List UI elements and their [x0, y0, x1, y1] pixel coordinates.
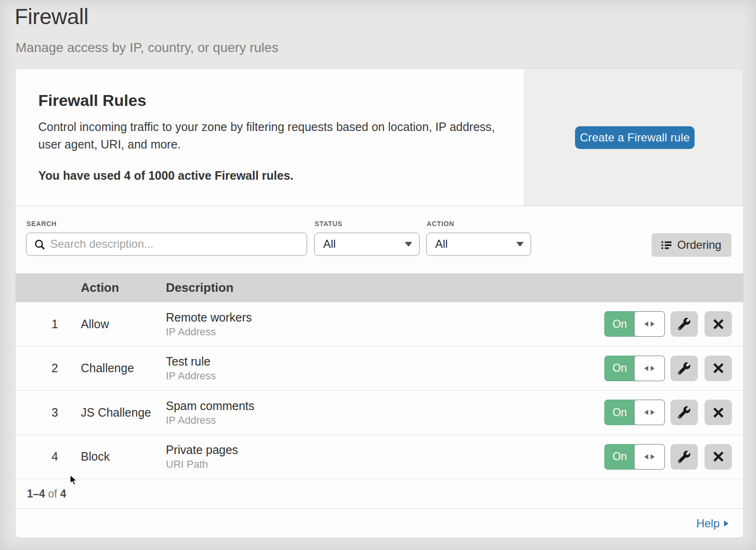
wrench-icon — [678, 318, 690, 330]
page-subtitle: Manage access by IP, country, or query r… — [16, 39, 278, 56]
rule-match-type: IP Address — [166, 414, 255, 426]
status-select[interactable]: All — [314, 233, 420, 256]
toggle-arrows-icon — [644, 321, 655, 327]
table-row: 4 Block Private pages URI Path On — [16, 435, 743, 480]
rule-description-cell: Test rule IP Address — [166, 347, 216, 390]
search-input[interactable] — [45, 237, 307, 252]
chevron-down-icon — [516, 242, 524, 247]
filter-bar: SEARCH STATUS ACTION All All — [16, 207, 743, 273]
toggle-arrows-icon — [644, 454, 655, 460]
rule-priority: 3 — [45, 391, 64, 434]
help-arrow-icon — [724, 520, 729, 527]
rule-priority: 1 — [45, 302, 64, 346]
action-label: ACTION — [427, 220, 454, 227]
rule-enabled-toggle[interactable]: On — [604, 444, 665, 470]
delete-rule-button[interactable] — [704, 356, 732, 381]
status-select-value: All — [315, 237, 336, 252]
chevron-down-icon — [404, 242, 412, 247]
rule-action: JS Challenge — [81, 391, 151, 434]
delete-rule-button[interactable] — [704, 444, 732, 470]
wrench-icon — [678, 451, 690, 463]
ordering-button[interactable]: Ordering — [652, 233, 731, 257]
rule-description: Test rule — [166, 355, 216, 368]
pagination-of: of — [48, 488, 57, 500]
rule-description-cell: Spam comments IP Address — [166, 391, 255, 434]
rule-enabled-toggle[interactable]: On — [604, 356, 665, 381]
search-box — [26, 233, 307, 256]
help-link-label: Help — [696, 517, 720, 530]
rule-description: Private pages — [166, 443, 238, 456]
search-label: SEARCH — [26, 220, 57, 227]
rule-match-type: IP Address — [166, 370, 216, 382]
toggle-on-label: On — [605, 312, 635, 336]
toggle-handle[interactable] — [634, 444, 665, 470]
help-link[interactable]: Help — [696, 517, 729, 530]
toggle-handle[interactable] — [634, 356, 665, 381]
rules-list: 1 Allow Remote workers IP Address On — [16, 302, 743, 479]
rule-enabled-toggle[interactable]: On — [604, 311, 665, 337]
action-select-value: All — [427, 237, 448, 252]
close-icon — [713, 363, 724, 374]
pagination-total: 4 — [60, 488, 66, 500]
pagination-row: 1–4 of 4 — [16, 479, 743, 509]
toggle-arrows-icon — [644, 366, 655, 371]
edit-rule-button[interactable] — [670, 311, 698, 337]
ordering-list-icon — [662, 241, 671, 249]
rule-match-type: IP Address — [166, 326, 252, 338]
firewall-page: Firewall Manage access by IP, country, o… — [0, 0, 756, 550]
usage-note: You have used 4 of 1000 active Firewall … — [38, 167, 293, 184]
firewall-rules-card: Firewall Rules Control incoming traffic … — [16, 69, 743, 538]
toggle-on-label: On — [605, 445, 635, 469]
rule-priority: 4 — [45, 435, 64, 479]
rule-description: Remote workers — [166, 311, 252, 324]
card-header: Firewall Rules Control incoming traffic … — [16, 69, 743, 206]
create-rule-panel: Create a Firewall rule — [524, 69, 743, 206]
rule-action: Allow — [81, 302, 109, 346]
close-icon — [713, 407, 724, 418]
rule-description-cell: Private pages URI Path — [166, 435, 238, 479]
toggle-on-label: On — [605, 400, 635, 425]
toggle-handle[interactable] — [634, 400, 665, 425]
status-label: STATUS — [315, 220, 343, 227]
rule-priority: 2 — [45, 347, 64, 390]
rule-description: Spam comments — [166, 399, 255, 412]
delete-rule-button[interactable] — [704, 400, 732, 425]
table-header: Action Description — [16, 273, 743, 302]
toggle-arrows-icon — [644, 410, 655, 415]
edit-rule-button[interactable] — [670, 400, 698, 425]
pagination-range: 1–4 of 4 — [27, 488, 66, 500]
table-row: 2 Challenge Test rule IP Address On — [16, 347, 743, 391]
pagination-range-start: 1–4 — [27, 488, 45, 500]
edit-rule-button[interactable] — [670, 356, 698, 381]
rule-match-type: URI Path — [166, 458, 238, 470]
rule-action: Challenge — [81, 347, 134, 390]
wrench-icon — [678, 362, 690, 375]
table-row: 3 JS Challenge Spam comments IP Address … — [16, 391, 743, 435]
rule-action: Block — [81, 435, 110, 479]
toggle-on-label: On — [605, 356, 635, 381]
rule-enabled-toggle[interactable]: On — [604, 400, 665, 425]
card-description: Control incoming traffic to your zone by… — [38, 118, 496, 153]
rule-description-cell: Remote workers IP Address — [166, 302, 252, 346]
column-header-description: Description — [166, 273, 233, 302]
help-row: Help — [16, 509, 743, 538]
card-heading: Firewall Rules — [38, 90, 146, 110]
search-icon — [34, 239, 45, 250]
delete-rule-button[interactable] — [704, 311, 732, 337]
toggle-handle[interactable] — [634, 311, 665, 337]
close-icon — [713, 451, 724, 462]
edit-rule-button[interactable] — [670, 444, 698, 470]
table-row: 1 Allow Remote workers IP Address On — [16, 302, 743, 347]
action-select[interactable]: All — [426, 233, 531, 256]
close-icon — [713, 319, 724, 330]
page-title: Firewall — [15, 3, 88, 30]
wrench-icon — [678, 406, 690, 419]
ordering-button-label: Ordering — [677, 238, 721, 252]
create-firewall-rule-button[interactable]: Create a Firewall rule — [575, 126, 695, 149]
column-header-action: Action — [81, 273, 119, 302]
